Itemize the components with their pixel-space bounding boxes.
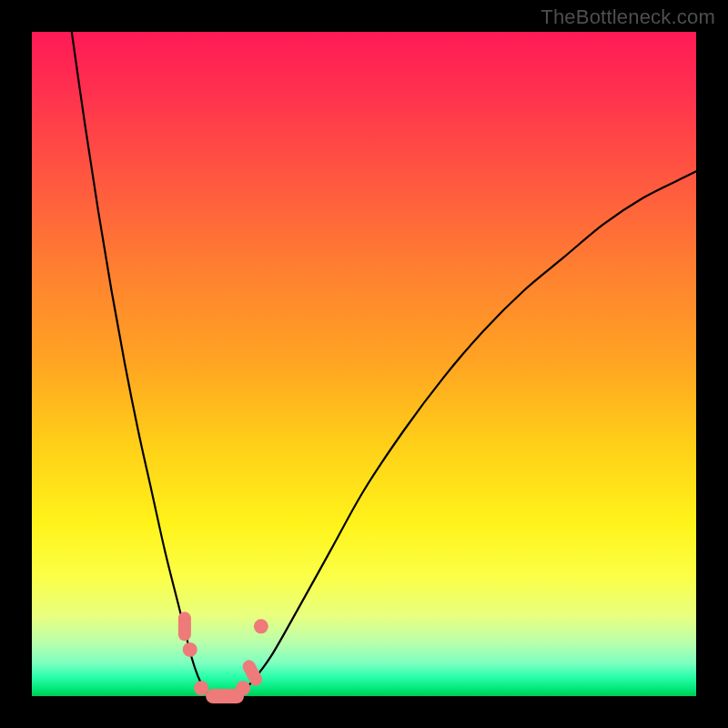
plot-area xyxy=(32,32,696,696)
left-curve xyxy=(72,32,211,696)
watermark-text: TheBottleneck.com xyxy=(541,5,715,29)
curve-marker xyxy=(183,642,197,657)
curve-marker xyxy=(254,619,268,633)
curve-marker xyxy=(194,681,208,695)
curve-marker xyxy=(236,681,250,695)
curve-marker xyxy=(178,612,191,641)
right-curve xyxy=(238,171,696,696)
curve-layer xyxy=(32,32,696,696)
chart-frame: TheBottleneck.com xyxy=(0,0,728,728)
